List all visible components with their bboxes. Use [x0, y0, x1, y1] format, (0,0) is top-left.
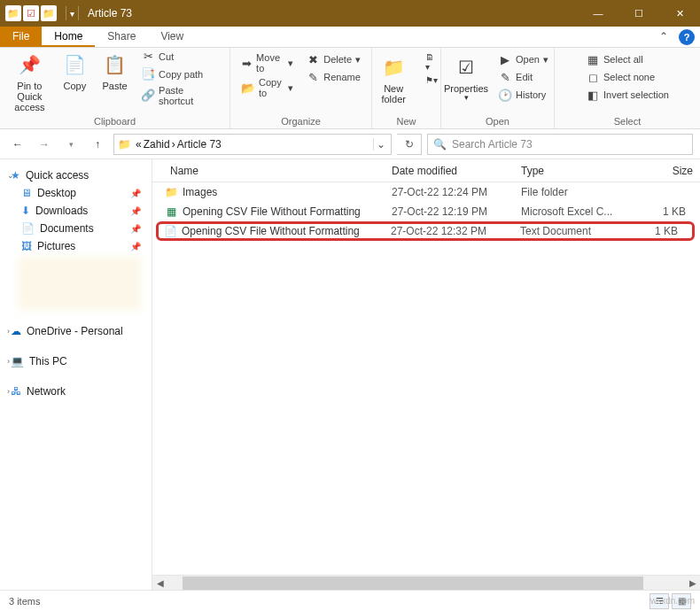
navigation-pane[interactable]: ⌄ ★ Quick access 🖥Desktop📌 ⬇Downloads📌 📄…: [0, 159, 152, 590]
history-button[interactable]: 🕑History: [494, 87, 552, 103]
copy-to-button[interactable]: 📂Copy to ▾: [237, 76, 297, 99]
nav-recent-button[interactable]: ▾: [60, 134, 82, 155]
select-none-button[interactable]: ◻Select none: [582, 69, 673, 85]
chevron-right-icon[interactable]: ›: [7, 387, 10, 396]
minimize-button[interactable]: —: [578, 0, 618, 27]
copy-button[interactable]: 📄 Copy: [58, 49, 92, 93]
crumb-1[interactable]: Zahid: [144, 138, 170, 151]
ribbon-tabs: File Home Share View ⌃ ?: [0, 27, 700, 48]
file-row[interactable]: ▦ Opening CSV File Without Formatting 27…: [152, 202, 700, 221]
tab-view[interactable]: View: [148, 27, 196, 47]
file-tab[interactable]: File: [0, 27, 42, 47]
quick-access-toolbar: 📁 ☑ 📁: [0, 5, 62, 21]
edit-button[interactable]: ✎Edit: [494, 69, 552, 85]
onedrive-icon: ☁: [11, 325, 21, 337]
edit-icon: ✎: [498, 70, 512, 84]
sidebar-item-desktop[interactable]: 🖥Desktop📌: [5, 184, 146, 202]
nav-up-button[interactable]: ↑: [87, 134, 108, 155]
folder-icon: 📁: [118, 138, 134, 151]
invert-icon: ◧: [586, 88, 600, 102]
breadcrumb-dropdown-icon[interactable]: ⌄: [373, 138, 387, 151]
folder-icon[interactable]: 📁: [5, 5, 21, 21]
details-view-button[interactable]: ☰: [649, 593, 669, 609]
copy-path-button[interactable]: 📑Copy path: [137, 66, 222, 82]
move-to-button[interactable]: ➡Move to ▾: [237, 51, 297, 74]
copy-icon: 📄: [60, 50, 89, 79]
column-header-name[interactable]: Name: [163, 165, 385, 177]
chevron-right-icon: ›: [172, 138, 175, 151]
rename-button[interactable]: ✎Rename: [302, 69, 364, 85]
thumbnails-view-button[interactable]: ▦: [672, 593, 691, 609]
search-input[interactable]: 🔍 Search Article 73: [427, 134, 693, 155]
column-header-type[interactable]: Type: [514, 165, 643, 177]
properties-icon: ☑: [452, 53, 480, 81]
file-name: Opening CSV File Without Formatting: [182, 225, 384, 237]
maximize-button[interactable]: ☐: [618, 0, 659, 27]
ribbon: 📌 Pin to Quick access 📄 Copy 📋 Paste ✂Cu…: [0, 48, 700, 129]
column-header-size[interactable]: Size: [643, 165, 700, 177]
titlebar: 📁 ☑ 📁 ▾ Article 73 — ☐ ✕: [0, 0, 700, 27]
sidebar-network[interactable]: ›🖧Network: [5, 383, 146, 400]
copy-label: Copy: [64, 81, 87, 91]
file-row-highlighted[interactable]: 📄 Opening CSV File Without Formatting 27…: [156, 221, 695, 241]
file-row[interactable]: 📁 Images 27-Oct-22 12:24 PM File folder: [152, 182, 700, 202]
sidebar-quick-access[interactable]: ⌄ ★ Quick access: [5, 166, 146, 184]
sidebar-this-pc[interactable]: ›💻This PC: [5, 352, 146, 370]
folder-icon[interactable]: 📁: [41, 5, 57, 21]
tab-share[interactable]: Share: [95, 27, 148, 47]
chevron-right-icon[interactable]: ›: [7, 357, 10, 366]
group-label: Open: [486, 116, 509, 127]
scroll-left-icon[interactable]: ◀: [152, 578, 167, 588]
delete-button[interactable]: ✖Delete ▾: [302, 51, 364, 67]
crumb-root[interactable]: «: [136, 138, 142, 151]
close-button[interactable]: ✕: [659, 0, 700, 27]
new-item-button[interactable]: 🗎▾: [422, 51, 442, 73]
group-organize: ➡Move to ▾ 📂Copy to ▾ ✖Delete ▾ ✎Rename …: [230, 48, 372, 128]
delete-icon: ✖: [306, 52, 320, 66]
tab-home[interactable]: Home: [42, 27, 95, 47]
properties-icon[interactable]: ☑: [23, 5, 39, 21]
crumb-2[interactable]: Article 73: [177, 138, 222, 151]
history-icon: 🕑: [498, 88, 512, 102]
scroll-thumb[interactable]: [183, 576, 643, 590]
paste-shortcut-icon: 🔗: [141, 89, 155, 103]
chevron-down-icon[interactable]: ⌄: [7, 171, 14, 180]
move-icon: ➡: [241, 56, 253, 70]
desktop-icon: 🖥: [21, 187, 32, 199]
sidebar-item-documents[interactable]: 📄Documents📌: [5, 220, 146, 237]
help-icon[interactable]: ?: [679, 29, 695, 45]
new-folder-button[interactable]: 📁 New folder: [371, 51, 416, 106]
open-button[interactable]: ▶Open ▾: [494, 51, 552, 67]
group-label: Organize: [281, 116, 321, 127]
file-name: Opening CSV File Without Formatting: [183, 205, 385, 218]
cut-button[interactable]: ✂Cut: [137, 49, 222, 65]
sidebar-item-pictures[interactable]: 🖼Pictures📌: [5, 237, 146, 255]
horizontal-scrollbar[interactable]: ◀ ▶: [152, 575, 700, 590]
qat-dropdown-icon[interactable]: ▾: [70, 9, 74, 19]
documents-icon: 📄: [21, 222, 35, 235]
chevron-right-icon[interactable]: ›: [7, 327, 10, 336]
pin-to-quick-access-button[interactable]: 📌 Pin to Quick access: [7, 49, 52, 114]
collapse-ribbon-icon[interactable]: ⌃: [654, 27, 673, 47]
nav-back-button[interactable]: ←: [7, 134, 28, 155]
column-headers[interactable]: Name Date modified Type Size: [152, 159, 700, 182]
file-date: 27-Oct-22 12:24 PM: [392, 186, 521, 198]
paste-shortcut-button[interactable]: 🔗Paste shortcut: [137, 84, 222, 107]
cut-icon: ✂: [141, 50, 155, 64]
scroll-right-icon[interactable]: ▶: [685, 578, 700, 588]
pin-icon: 📌: [130, 224, 141, 234]
column-header-date[interactable]: Date modified: [385, 165, 514, 177]
sidebar-onedrive[interactable]: ›☁OneDrive - Personal: [5, 322, 146, 340]
file-date: 27-Oct-22 12:32 PM: [391, 225, 520, 237]
properties-button[interactable]: ☑ Properties ▾: [443, 51, 489, 104]
easy-access-button[interactable]: ⚑▾: [422, 74, 442, 86]
rename-icon: ✎: [306, 70, 320, 84]
breadcrumb[interactable]: 📁 « Zahid › Article 73 ⌄: [113, 134, 392, 155]
refresh-button[interactable]: ↻: [397, 134, 422, 155]
pin-icon: 📌: [130, 189, 141, 198]
paste-button[interactable]: 📋 Paste: [97, 49, 132, 93]
select-all-button[interactable]: ▦Select all: [582, 51, 673, 67]
sidebar-item-downloads[interactable]: ⬇Downloads📌: [5, 202, 146, 220]
group-select: ▦Select all ◻Select none ◧Invert selecti…: [555, 48, 700, 128]
invert-selection-button[interactable]: ◧Invert selection: [582, 87, 673, 103]
